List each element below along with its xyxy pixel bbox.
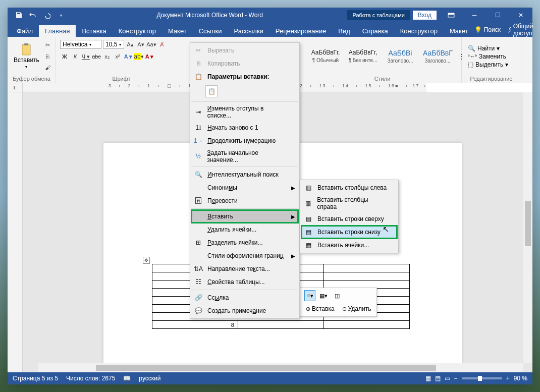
paste-option-1[interactable]: 📋 bbox=[205, 85, 218, 97]
ctx-insert[interactable]: Вставить▶ bbox=[191, 210, 298, 223]
tab-конструктор[interactable]: Конструктор bbox=[394, 25, 444, 37]
mini-eraser-icon[interactable]: ◫ bbox=[332, 290, 343, 301]
maximize-button[interactable]: ☐ bbox=[486, 8, 509, 23]
window-title: Документ Microsoft Office Word - Word bbox=[72, 12, 347, 19]
superscript-button[interactable]: x² bbox=[113, 52, 122, 61]
zoom-in-button[interactable]: + bbox=[506, 375, 510, 382]
tab-рассылки[interactable]: Рассылки bbox=[228, 25, 269, 37]
tab-файл[interactable]: Файл bbox=[11, 25, 39, 37]
ctx-copy[interactable]: ⎘Копировать bbox=[191, 57, 298, 70]
zoom-level[interactable]: 90 % bbox=[514, 375, 527, 382]
tab-макет[interactable]: Макет bbox=[162, 25, 193, 37]
view-print-icon[interactable]: ▤ bbox=[435, 375, 441, 382]
grow-font-icon[interactable]: A▴ bbox=[126, 40, 135, 49]
ctx-border-styles[interactable]: Стили оформления границ▶ bbox=[191, 249, 298, 262]
style-item[interactable]: АаБбВвГг,¶ Обычный bbox=[307, 46, 344, 66]
text-effects-icon[interactable]: A ▾ bbox=[124, 52, 133, 61]
zoom-out-button[interactable]: − bbox=[454, 375, 458, 382]
highlight-icon[interactable]: ab▾ bbox=[134, 52, 143, 61]
underline-button[interactable]: Ч ▾ bbox=[81, 52, 90, 61]
table-cell[interactable] bbox=[324, 264, 410, 272]
font-size-combo[interactable]: 10,5▾ bbox=[103, 40, 124, 49]
zoom-slider[interactable] bbox=[462, 377, 502, 379]
ctx-text-direction[interactable]: ⇅AНаправление текста... bbox=[191, 262, 298, 275]
tab-рецензирование[interactable]: Рецензирование bbox=[269, 25, 332, 37]
table-cell[interactable] bbox=[238, 321, 324, 329]
mini-numbering[interactable]: ≡▾ bbox=[304, 290, 315, 301]
tab-ссылки[interactable]: Ссылки bbox=[193, 25, 228, 37]
tab-вид[interactable]: Вид bbox=[332, 25, 356, 37]
change-case-icon[interactable]: Aa▾ bbox=[147, 40, 156, 49]
style-item[interactable]: АаБбВіЗаголово... bbox=[382, 46, 418, 67]
view-web-icon[interactable]: ▭ bbox=[445, 375, 450, 382]
select-button[interactable]: ⬚ Выделить ▾ bbox=[468, 61, 508, 68]
ribbon-display-icon[interactable] bbox=[440, 8, 463, 23]
table-cell[interactable] bbox=[324, 272, 410, 281]
close-button[interactable]: ✕ bbox=[509, 8, 532, 23]
ruler-vertical[interactable] bbox=[8, 92, 23, 372]
spellcheck-icon[interactable]: 📖 bbox=[123, 375, 131, 382]
scrollbar-vertical[interactable] bbox=[523, 92, 532, 363]
ctx-split-cells[interactable]: ⊞Разделить ячейки... bbox=[191, 236, 298, 249]
ctx-translate[interactable]: 🄰Перевести bbox=[191, 194, 298, 207]
scrollbar-horizontal[interactable] bbox=[38, 363, 523, 372]
minimize-button[interactable]: ─ bbox=[463, 8, 486, 23]
table-move-handle[interactable]: ✥ bbox=[143, 257, 150, 264]
find-button[interactable]: 🔍 Найти ▾ bbox=[468, 45, 508, 52]
table-cell[interactable] bbox=[324, 321, 410, 329]
ctx-restart-at-1[interactable]: 1⃣Начать заново с 1 bbox=[191, 121, 298, 134]
strike-button[interactable]: abc bbox=[92, 52, 101, 61]
paste-button[interactable]: Вставить▾ bbox=[12, 42, 41, 70]
share-button[interactable]: Общий доступ bbox=[508, 23, 536, 37]
mini-delete-button[interactable]: ⊖Удалить bbox=[340, 303, 374, 314]
ribbon-tabs: ФайлГлавнаяВставкаКонструкторМакетСсылки… bbox=[8, 23, 532, 37]
ctx-synonyms[interactable]: Синонимы▶ bbox=[191, 181, 298, 194]
ctx-table-properties[interactable]: ☷Свойства таблицы... bbox=[191, 275, 298, 289]
ctx-continue-numbering[interactable]: 1→Продолжить нумерацию bbox=[191, 134, 298, 147]
sub-insert-cols-left[interactable]: ▥Вставить столбцы слева bbox=[301, 181, 397, 194]
view-read-icon[interactable]: ▦ bbox=[425, 375, 431, 382]
clear-format-icon[interactable]: A̸ bbox=[157, 40, 167, 49]
ctx-set-value[interactable]: ½Задать начальное значение... bbox=[191, 147, 298, 165]
save-icon[interactable] bbox=[14, 10, 24, 20]
signin-button[interactable]: Вход bbox=[413, 11, 437, 20]
copy-icon: ⎘ bbox=[193, 59, 203, 68]
status-word-count[interactable]: Число слов: 2675 bbox=[66, 375, 115, 382]
sub-insert-rows-above[interactable]: ▤Вставить строки сверху bbox=[301, 212, 397, 226]
copy-icon[interactable]: ⎘ bbox=[43, 52, 52, 61]
shrink-font-icon[interactable]: A▾ bbox=[136, 40, 145, 49]
cut-icon[interactable]: ✂ bbox=[43, 41, 52, 50]
ctx-cut[interactable]: ✂Вырезать bbox=[191, 44, 298, 57]
ctx-new-comment[interactable]: 💬Создать примечание bbox=[191, 304, 298, 317]
mini-table-icon[interactable]: ▦▾ bbox=[318, 290, 329, 301]
ctx-link[interactable]: 🔗Ссылка bbox=[191, 291, 298, 304]
tell-me-search[interactable]: 💡 Поиск bbox=[474, 26, 501, 33]
font-color-icon[interactable]: A ▾ bbox=[145, 52, 154, 61]
ctx-delete-cells[interactable]: Удалить ячейки... bbox=[191, 223, 298, 236]
subscript-button[interactable]: x₂ bbox=[102, 52, 112, 61]
sub-insert-cells[interactable]: ▦Вставить ячейки... bbox=[301, 239, 397, 252]
table-cell[interactable]: 8. bbox=[152, 321, 238, 329]
status-page[interactable]: Страница 5 из 5 bbox=[13, 375, 58, 382]
style-item[interactable]: АаБбВвГЗаголово... bbox=[419, 46, 456, 67]
sub-insert-cols-right[interactable]: ▥Вставить столбцы справа bbox=[301, 194, 397, 212]
svg-rect-4 bbox=[24, 43, 28, 45]
qat-dropdown-icon[interactable]: ▾ bbox=[56, 10, 66, 20]
replace-button[interactable]: ᵃ↔ᵇ Заменить bbox=[468, 53, 508, 60]
tab-вставка[interactable]: Вставка bbox=[76, 25, 112, 37]
style-item[interactable]: АаБбВвГг,¶ Без инте... bbox=[345, 46, 381, 66]
font-name-combo[interactable]: Helvetica▾ bbox=[60, 40, 101, 49]
italic-button[interactable]: К bbox=[71, 52, 80, 61]
tab-конструктор[interactable]: Конструктор bbox=[113, 25, 162, 37]
tab-справка[interactable]: Справка bbox=[356, 25, 394, 37]
ctx-smart-lookup[interactable]: 🔍Интеллектуальный поиск bbox=[191, 168, 298, 181]
ctx-adjust-indents[interactable]: ⇥Изменить отступы в списке... bbox=[191, 103, 298, 121]
tab-макет[interactable]: Макет bbox=[444, 25, 474, 37]
format-painter-icon[interactable]: 🖌 bbox=[43, 63, 52, 72]
tab-главная[interactable]: Главная bbox=[39, 25, 76, 37]
redo-icon[interactable] bbox=[42, 10, 52, 20]
status-language[interactable]: русский bbox=[139, 375, 160, 382]
mini-insert-button[interactable]: ⊕Вставка bbox=[303, 303, 337, 314]
bold-button[interactable]: Ж bbox=[60, 52, 69, 61]
undo-icon[interactable] bbox=[28, 10, 38, 20]
